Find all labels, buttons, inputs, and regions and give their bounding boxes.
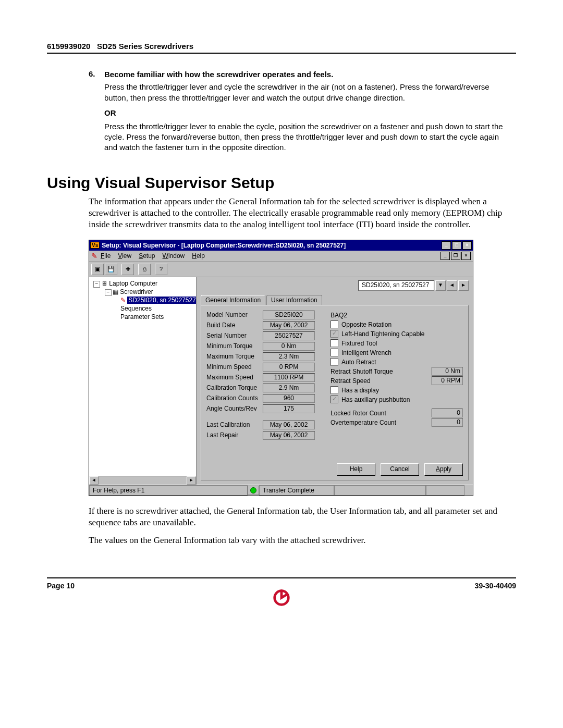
checkbox-label: Left-Hand Tightening Capable bbox=[341, 330, 424, 338]
window-title: Setup: Visual Supervisor - [Laptop Compu… bbox=[102, 242, 440, 249]
menu-window[interactable]: Window bbox=[163, 252, 185, 260]
help-button[interactable]: Help bbox=[337, 463, 375, 476]
tab-general-information[interactable]: General Information bbox=[201, 295, 265, 305]
value-label: Retract Speed bbox=[331, 377, 432, 385]
checkbox[interactable] bbox=[331, 349, 338, 356]
field-value: 2.3 Nm bbox=[263, 352, 315, 361]
next-device-button[interactable]: ► bbox=[458, 280, 469, 291]
value-label: Retract Shutoff Torque bbox=[331, 368, 432, 375]
field-value: 175 bbox=[263, 404, 315, 413]
field-value: May 06, 2002 bbox=[263, 421, 315, 429]
step-6: 6. Become familiar with how the screwdri… bbox=[89, 69, 511, 103]
field-value: May 06, 2002 bbox=[263, 431, 315, 440]
field-label: Calibration Counts bbox=[206, 394, 263, 402]
checkbox[interactable]: ✓ bbox=[331, 396, 338, 403]
cancel-button[interactable]: Cancel bbox=[381, 463, 419, 476]
toolbar-button-1[interactable]: ▣ bbox=[91, 264, 104, 275]
mdi-minimize-button[interactable]: _ bbox=[440, 252, 450, 260]
count-row: Locked Rotor Count0 bbox=[331, 409, 463, 418]
app-icon: Vs bbox=[90, 242, 100, 249]
toolbar: ▣ 💾 ✚ ⎙ ? bbox=[89, 262, 473, 277]
checkbox[interactable]: ✓ bbox=[331, 330, 338, 338]
checkbox[interactable] bbox=[331, 339, 338, 347]
section-intro: The information that appears under the G… bbox=[89, 196, 516, 230]
field-label: Serial Number bbox=[206, 332, 263, 339]
checkbox-row: Opposite Rotation bbox=[331, 320, 463, 329]
tree-root[interactable]: −🖥 Laptop Computer bbox=[90, 279, 195, 288]
checkbox-label: Auto Retract bbox=[341, 359, 376, 366]
device-selector[interactable]: SD25I020, sn 25027527 bbox=[358, 280, 434, 291]
status-led bbox=[248, 486, 259, 495]
baq2-label: BAQ2 bbox=[331, 311, 463, 320]
checkbox-label: Has a display bbox=[341, 387, 379, 394]
close-button[interactable]: × bbox=[462, 241, 472, 250]
status-help: For Help, press F1 bbox=[89, 485, 248, 496]
checkbox[interactable] bbox=[331, 358, 338, 366]
field-label: Last Calibration bbox=[206, 421, 263, 428]
menu-setup[interactable]: Setup bbox=[139, 252, 155, 260]
apply-button[interactable]: Apply bbox=[424, 463, 463, 476]
menu-view[interactable]: View bbox=[118, 252, 131, 260]
value-field: 0 Nm bbox=[432, 367, 463, 376]
dropdown-icon[interactable]: ▼ bbox=[435, 280, 446, 291]
field-label: Model Number bbox=[206, 311, 263, 318]
maximize-button[interactable]: □ bbox=[452, 241, 461, 250]
step-para-2: Press the throttle/trigger lever to enab… bbox=[104, 121, 511, 153]
field-label: Maximum Torque bbox=[206, 353, 263, 360]
value-row: Retract Speed0 RPM bbox=[331, 376, 463, 386]
field-value: May 06, 2002 bbox=[263, 321, 315, 330]
titlebar: Vs Setup: Visual Supervisor - [Laptop Co… bbox=[89, 240, 473, 251]
led-icon bbox=[250, 487, 256, 493]
count-label: Overtemperature Count bbox=[331, 419, 432, 426]
checkbox[interactable] bbox=[331, 320, 338, 328]
scroll-left-icon[interactable]: ◄ bbox=[89, 476, 99, 485]
field-label: Last Repair bbox=[206, 431, 263, 439]
tree-paramsets[interactable]: Parameter Sets bbox=[90, 313, 195, 321]
field-value: 0 RPM bbox=[263, 363, 315, 372]
checkbox-label: Intelligent Wrench bbox=[341, 349, 391, 356]
menu-help[interactable]: Help bbox=[192, 252, 205, 260]
field-label: Calibration Torque bbox=[206, 384, 263, 391]
help-icon[interactable]: ? bbox=[155, 264, 167, 275]
checkbox-label: Fixtured Tool bbox=[341, 340, 377, 347]
save-icon[interactable]: 💾 bbox=[105, 264, 117, 275]
field-label: Minimum Speed bbox=[206, 363, 263, 371]
tree-selected-item[interactable]: ✎ SD25I020, sn 25027527 bbox=[90, 296, 195, 304]
count-row: Overtemperature Count0 bbox=[331, 418, 463, 427]
checkbox-row: Fixtured Tool bbox=[331, 339, 463, 348]
field-label: Maximum Speed bbox=[206, 374, 263, 381]
or-divider: OR bbox=[104, 108, 516, 117]
footer-page: Page 10 bbox=[47, 582, 75, 590]
doc-number: 6159939020 bbox=[47, 42, 90, 51]
scroll-right-icon[interactable]: ► bbox=[187, 476, 196, 485]
field-label: Minimum Torque bbox=[206, 342, 263, 350]
mdi-close-button[interactable]: × bbox=[461, 252, 471, 260]
tree-screwdriver[interactable]: −▦ Screwdriver bbox=[90, 288, 195, 296]
checkbox-label: Opposite Rotation bbox=[341, 321, 391, 328]
field-label: Angle Counts/Rev bbox=[206, 405, 263, 412]
tab-user-information[interactable]: User Information bbox=[266, 295, 322, 305]
field-value: 2.9 Nm bbox=[263, 384, 315, 392]
status-bar: For Help, press F1 Transfer Complete bbox=[89, 485, 473, 496]
tree-pane: −🖥 Laptop Computer −▦ Screwdriver ✎ SD25… bbox=[89, 277, 197, 485]
mdi-restore-button[interactable]: ❐ bbox=[451, 252, 460, 260]
tree-scrollbar[interactable]: ◄ ► bbox=[89, 476, 196, 485]
value-field: 0 RPM bbox=[432, 376, 463, 385]
menu-file[interactable]: File bbox=[101, 252, 111, 260]
minimize-button[interactable]: _ bbox=[442, 241, 451, 250]
toolbar-button-plus[interactable]: ✚ bbox=[121, 264, 134, 275]
prev-device-button[interactable]: ◄ bbox=[447, 280, 457, 291]
tree-sequences[interactable]: Sequences bbox=[90, 304, 195, 313]
field-label: Build Date bbox=[206, 322, 263, 329]
post-text-1: If there is no screwdriver attached, the… bbox=[89, 505, 516, 528]
print-icon[interactable]: ⎙ bbox=[138, 264, 151, 275]
checkbox-label: Has auxillary pushbutton bbox=[341, 396, 410, 403]
vs-setup-window: Vs Setup: Visual Supervisor - [Laptop Co… bbox=[89, 240, 473, 496]
count-field: 0 bbox=[432, 409, 463, 417]
field-value: 960 bbox=[263, 394, 315, 403]
pen-icon: ✎ bbox=[91, 252, 97, 260]
field-value: 0 Nm bbox=[263, 342, 315, 351]
doc-title: SD25 Series Screwdrivers bbox=[97, 42, 193, 51]
checkbox[interactable] bbox=[331, 386, 338, 394]
checkbox-row: ✓Left-Hand Tightening Capable bbox=[331, 329, 463, 339]
